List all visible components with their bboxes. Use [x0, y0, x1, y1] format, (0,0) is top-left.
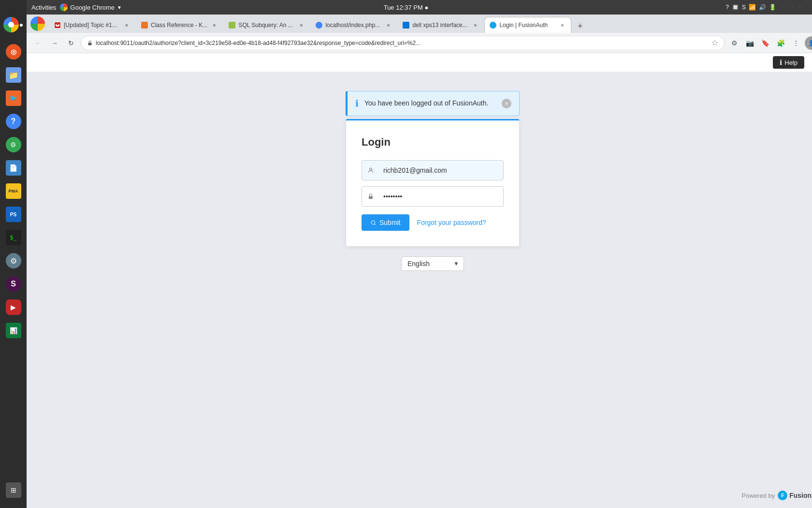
language-select[interactable]: English Spanish French German [401, 256, 464, 271]
profile-icon[interactable]: 👤 [805, 36, 812, 50]
url-bar[interactable]: localhost:9011/oauth2/authorize?client_i… [81, 36, 725, 50]
help-icon: ℹ [780, 59, 782, 66]
tab-favicon-fusionauth [490, 22, 496, 29]
dock-item-pma[interactable]: PMA [3, 181, 24, 201]
svg-rect-3 [369, 196, 373, 199]
tab-favicon-shopify [229, 22, 235, 29]
dock-item-docs[interactable]: 📄 [3, 158, 24, 178]
dock-item-terminal[interactable]: $_ [3, 227, 24, 248]
notification-banner: ℹ You have been logged out of FusionAuth… [346, 91, 520, 116]
password-input-group [362, 186, 504, 207]
minimize-btn[interactable]: − [779, 4, 786, 11]
camera-icon[interactable]: 📷 [743, 36, 756, 50]
app-name-label: Google Chrome [70, 4, 115, 11]
browser-window: [Updated] Topic #1... × Class Reference … [27, 15, 812, 508]
page-content: ℹ You have been logged out of FusionAuth… [27, 72, 812, 508]
tab-close-gmail[interactable]: × [123, 21, 130, 29]
tab-tableau[interactable]: Class Reference - K... × [136, 17, 223, 33]
new-tab-button[interactable]: + [573, 19, 587, 33]
browser-body: ℹ Help ℹ You have been logged out of Fus… [27, 53, 812, 508]
extensions-icon[interactable]: ⚙ [727, 36, 741, 50]
notification-close-button[interactable]: × [502, 99, 511, 108]
svg-rect-1 [88, 43, 92, 45]
reload-button[interactable]: ↻ [64, 36, 78, 50]
fusionauth-brand-name: FusionAuth [789, 492, 812, 499]
fusionauth-logo: F FusionAuth [778, 491, 812, 500]
os-dock: ◎ 📁 🐦 ? ⚙ 📄 PMA PS $_ ⚙ S ▶ 📊 [0, 0, 27, 508]
fusionauth-logo-icon: F [778, 491, 787, 500]
tab-close-dell[interactable]: × [471, 21, 479, 29]
url-text: localhost:9011/oauth2/authorize?client_i… [96, 40, 709, 46]
app-name-wrapper: Google Chrome ▼ [60, 3, 122, 11]
language-select-container: English Spanish French German ▼ [401, 256, 464, 271]
forgot-password-link[interactable]: Forgot your password? [417, 219, 486, 226]
tray-icon-1: ? [725, 4, 729, 11]
tab-dell[interactable]: dell xps13 interface... × [397, 17, 484, 33]
window-controls: − □ × [779, 4, 807, 11]
toolbar-icons: ⚙ 📷 🔖 🧩 ⋮ 👤 🔔 [727, 36, 812, 50]
dock-item-apps-grid[interactable]: ⊞ [3, 480, 24, 500]
maximize-btn[interactable]: □ [788, 4, 795, 11]
tray-icon-sound: 🔊 [759, 4, 766, 11]
svg-point-2 [370, 168, 372, 170]
close-btn[interactable]: × [797, 4, 803, 11]
dock-item-settings[interactable]: ⚙ [3, 251, 24, 271]
submit-label: Submit [379, 219, 401, 226]
email-input-group [362, 160, 504, 180]
help-label: Help [784, 59, 798, 66]
dock-item-spreadsheet[interactable]: 📊 [3, 320, 24, 341]
activities-label[interactable]: Activities [31, 4, 56, 11]
tray-icon-battery: 🔋 [769, 4, 776, 11]
dock-item-calendar[interactable]: 🐦 [3, 88, 24, 108]
tab-title-dell: dell xps13 interface... [412, 22, 468, 29]
svg-point-4 [371, 221, 375, 224]
tab-fusionauth[interactable]: Login | FusionAuth × [484, 17, 571, 33]
tab-close-fusionauth[interactable]: × [558, 21, 566, 29]
tab-title-gmail: [Updated] Topic #1... [64, 22, 120, 29]
tab-favicon-dell [403, 22, 409, 29]
forward-button[interactable]: → [48, 36, 61, 50]
language-selector-wrapper: English Spanish French German ▼ [401, 256, 464, 271]
more-icon[interactable]: ⋮ [789, 36, 803, 50]
system-tray: ? 🔲 S 📶 🔊 🔋 − □ × [725, 4, 807, 11]
dock-item-ps[interactable]: PS [3, 204, 24, 224]
back-button[interactable]: ← [31, 36, 45, 50]
tab-close-localhost[interactable]: × [384, 21, 392, 29]
tray-icon-2: 🔲 [732, 4, 739, 11]
lock-icon [87, 40, 93, 46]
tab-favicon-localhost [316, 22, 322, 29]
chrome-favicon-small [60, 3, 68, 11]
form-actions: Submit Forgot your password? [362, 214, 504, 231]
os-topbar: Activities Google Chrome ▼ Tue 12:37 PM … [27, 0, 812, 15]
email-input[interactable] [379, 161, 503, 180]
dock-item-ubuntu[interactable]: ◎ [3, 42, 24, 62]
dock-item-app1[interactable]: ⚙ [3, 134, 24, 155]
tab-bar: [Updated] Topic #1... × Class Reference … [27, 15, 812, 33]
help-button[interactable]: ℹ Help [773, 56, 804, 69]
dock-item-slack[interactable]: S [3, 274, 24, 294]
star-icon[interactable] [711, 40, 718, 46]
help-bar: ℹ Help [27, 53, 812, 72]
bookmark-icon[interactable]: 🔖 [758, 36, 772, 50]
tray-icon-wifi: 📶 [749, 4, 756, 11]
tab-shopify[interactable]: SQL Subquery: An ... × [223, 17, 310, 33]
powered-by-text: Powered by [742, 492, 775, 499]
password-input[interactable] [379, 187, 503, 206]
login-title: Login [362, 136, 504, 149]
tab-favicon-gmail [54, 22, 61, 29]
dock-item-chrome[interactable] [3, 15, 24, 35]
puzzle-icon[interactable]: 🧩 [774, 36, 787, 50]
dock-item-files[interactable]: 📁 [3, 65, 24, 85]
tab-localhost[interactable]: localhost/index.php... × [310, 17, 397, 33]
tab-favicon-tableau [141, 22, 148, 29]
dock-item-help[interactable]: ? [3, 111, 24, 132]
tab-title-shopify: SQL Subquery: An ... [238, 22, 294, 29]
tab-title-tableau: Class Reference - K... [151, 22, 207, 29]
chrome-logo [30, 16, 45, 31]
tab-close-tableau[interactable]: × [210, 21, 218, 29]
submit-button[interactable]: Submit [362, 214, 409, 231]
dock-item-app2[interactable]: ▶ [3, 297, 24, 317]
user-icon [362, 167, 379, 174]
tab-gmail[interactable]: [Updated] Topic #1... × [49, 17, 136, 33]
tab-close-shopify[interactable]: × [297, 21, 305, 29]
